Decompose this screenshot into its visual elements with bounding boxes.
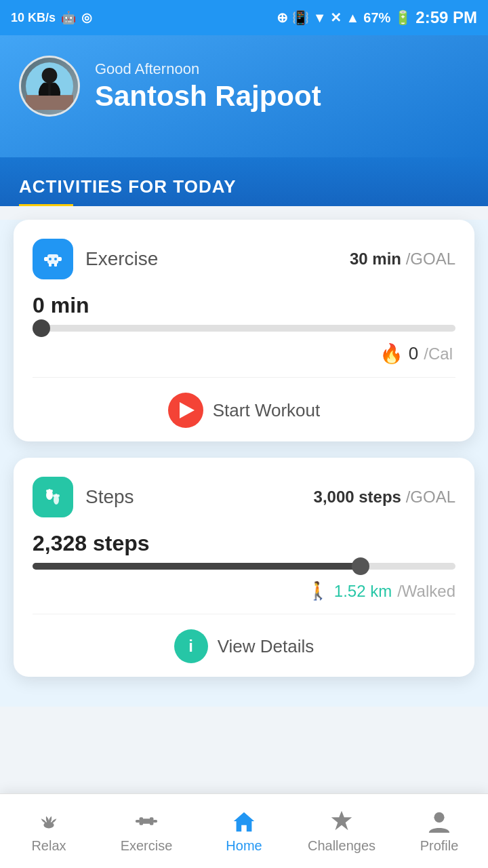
walking-icon: 🚶 bbox=[307, 580, 329, 601]
steps-distance-stat: 🚶 1.52 km /Walked bbox=[33, 580, 455, 601]
svg-rect-25 bbox=[142, 818, 150, 824]
nav-spacer bbox=[0, 707, 488, 788]
user-info: Good Afternoon Santosh Rajpoot bbox=[19, 56, 469, 117]
exercise-title: Exercise bbox=[85, 248, 158, 270]
play-icon bbox=[168, 393, 203, 428]
calorie-suffix: /Cal bbox=[424, 344, 453, 363]
calorie-value: 0 bbox=[409, 343, 418, 364]
status-bar: 10 KB/s 🤖 ◎ ⊕ 📳 ▼ ✕ ▲ 67% 🔋 2:59 PM bbox=[0, 0, 488, 35]
steps-card-header: Steps 3,000 steps /GOAL bbox=[33, 477, 455, 517]
status-icon-android: 🤖 bbox=[61, 10, 76, 25]
user-text: Good Afternoon Santosh Rajpoot bbox=[95, 60, 321, 112]
steps-goal: 3,000 steps /GOAL bbox=[314, 488, 455, 507]
exercise-icon bbox=[33, 239, 73, 279]
status-icon-signal2: ▲ bbox=[346, 10, 359, 26]
exercise-card-header: Exercise 30 min /GOAL bbox=[33, 239, 455, 279]
exercise-divider bbox=[33, 377, 455, 378]
status-battery-percent: 67% bbox=[363, 10, 390, 26]
nav-item-relax[interactable]: Relax bbox=[0, 808, 98, 854]
svg-rect-22 bbox=[153, 820, 158, 823]
view-details-label: View Details bbox=[218, 636, 314, 657]
svg-marker-26 bbox=[331, 811, 352, 831]
steps-current: 2,328 steps bbox=[33, 531, 455, 556]
profile-icon bbox=[426, 808, 452, 834]
svg-point-16 bbox=[50, 490, 53, 492]
header-section: Good Afternoon Santosh Rajpoot bbox=[0, 35, 488, 157]
svg-point-2 bbox=[42, 68, 58, 83]
user-name: Santosh Rajpoot bbox=[95, 81, 321, 112]
distance-suffix: /Walked bbox=[397, 582, 455, 601]
svg-point-19 bbox=[57, 494, 60, 497]
steps-card: Steps 3,000 steps /GOAL 2,328 steps 🚶 1.… bbox=[14, 458, 474, 677]
exercise-calorie-stat: 🔥 0 /Cal bbox=[33, 342, 455, 365]
steps-progress-thumb bbox=[352, 557, 369, 575]
exercise-current: 0 min bbox=[33, 293, 455, 318]
nav-item-home[interactable]: Home bbox=[195, 808, 293, 854]
home-icon bbox=[231, 808, 257, 834]
greeting-text: Good Afternoon bbox=[95, 60, 321, 78]
challenges-icon bbox=[329, 808, 354, 834]
nav-item-challenges[interactable]: Challenges bbox=[293, 808, 390, 854]
nav-item-exercise[interactable]: Exercise bbox=[98, 808, 195, 854]
start-workout-button[interactable]: Start Workout bbox=[33, 390, 455, 428]
exercise-card-title-group: Exercise bbox=[33, 239, 158, 279]
exercise-progress-thumb bbox=[33, 319, 50, 337]
info-icon: i bbox=[174, 629, 208, 663]
status-icon-battery: 🔋 bbox=[394, 9, 411, 26]
steps-icon bbox=[33, 477, 73, 517]
status-icon-wifi: ▼ bbox=[313, 10, 327, 26]
status-icon-sync: ◎ bbox=[81, 10, 92, 25]
exercise-card: Exercise 30 min /GOAL 0 min 🔥 0 /Cal Sta… bbox=[14, 220, 474, 441]
view-details-button[interactable]: i View Details bbox=[33, 627, 455, 663]
relax-icon bbox=[36, 808, 62, 834]
nav-label-profile: Profile bbox=[420, 838, 459, 854]
exercise-goal: 30 min /GOAL bbox=[350, 250, 455, 269]
status-icon-add: ⊕ bbox=[277, 9, 288, 26]
nav-label-relax: Relax bbox=[31, 838, 66, 854]
svg-rect-1 bbox=[26, 95, 73, 110]
exercise-progress-track bbox=[33, 325, 455, 332]
flame-icon: 🔥 bbox=[380, 342, 403, 365]
status-time: 2:59 PM bbox=[415, 8, 477, 27]
steps-title: Steps bbox=[85, 486, 134, 508]
start-workout-label: Start Workout bbox=[213, 400, 320, 421]
status-icon-signal1: ✕ bbox=[330, 9, 342, 26]
play-triangle bbox=[180, 402, 195, 418]
nav-label-exercise: Exercise bbox=[121, 838, 173, 854]
steps-progress-fill bbox=[33, 563, 361, 570]
nav-label-home: Home bbox=[226, 838, 262, 854]
status-icon-vibrate: 📳 bbox=[292, 9, 309, 26]
svg-point-27 bbox=[434, 812, 444, 823]
exercise-nav-icon bbox=[134, 808, 159, 834]
steps-progress-track bbox=[33, 563, 455, 570]
svg-point-7 bbox=[49, 258, 52, 260]
nav-item-profile[interactable]: Profile bbox=[390, 808, 488, 854]
svg-point-8 bbox=[54, 258, 57, 260]
steps-card-title-group: Steps bbox=[33, 477, 134, 517]
status-speed: 10 KB/s bbox=[11, 11, 56, 25]
bottom-navigation: Relax Exercise Home Challenges Profile bbox=[0, 793, 488, 868]
steps-divider bbox=[33, 614, 455, 614]
avatar[interactable] bbox=[19, 56, 80, 117]
activities-underline bbox=[19, 204, 73, 206]
activities-title: ACTIVITIES FOR TODAY bbox=[19, 176, 469, 204]
distance-value: 1.52 km bbox=[334, 582, 392, 601]
nav-label-challenges: Challenges bbox=[308, 838, 375, 854]
svg-rect-9 bbox=[49, 263, 52, 267]
svg-rect-21 bbox=[136, 820, 140, 823]
svg-rect-10 bbox=[54, 263, 57, 267]
